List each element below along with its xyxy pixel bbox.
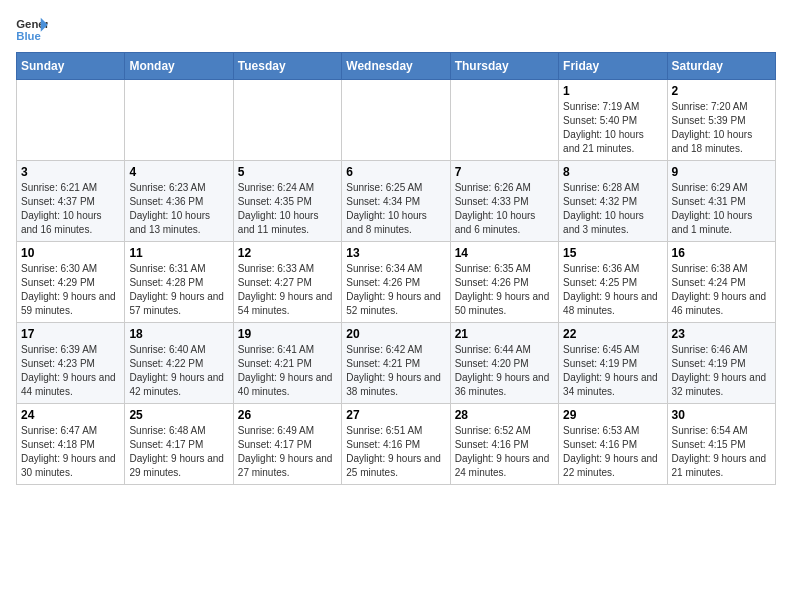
calendar-cell [450, 80, 558, 161]
calendar-week-row: 17Sunrise: 6:39 AMSunset: 4:23 PMDayligh… [17, 323, 776, 404]
calendar-cell: 10Sunrise: 6:30 AMSunset: 4:29 PMDayligh… [17, 242, 125, 323]
day-info: Sunrise: 6:49 AMSunset: 4:17 PMDaylight:… [238, 424, 337, 480]
day-info: Sunrise: 6:54 AMSunset: 4:15 PMDaylight:… [672, 424, 771, 480]
calendar-cell: 25Sunrise: 6:48 AMSunset: 4:17 PMDayligh… [125, 404, 233, 485]
day-number: 4 [129, 165, 228, 179]
calendar-cell: 12Sunrise: 6:33 AMSunset: 4:27 PMDayligh… [233, 242, 341, 323]
calendar-cell: 15Sunrise: 6:36 AMSunset: 4:25 PMDayligh… [559, 242, 667, 323]
day-of-week-header: Saturday [667, 53, 775, 80]
day-info: Sunrise: 6:53 AMSunset: 4:16 PMDaylight:… [563, 424, 662, 480]
day-number: 17 [21, 327, 120, 341]
day-info: Sunrise: 6:47 AMSunset: 4:18 PMDaylight:… [21, 424, 120, 480]
calendar-cell: 26Sunrise: 6:49 AMSunset: 4:17 PMDayligh… [233, 404, 341, 485]
calendar-week-row: 3Sunrise: 6:21 AMSunset: 4:37 PMDaylight… [17, 161, 776, 242]
day-of-week-header: Monday [125, 53, 233, 80]
day-number: 26 [238, 408, 337, 422]
day-info: Sunrise: 6:41 AMSunset: 4:21 PMDaylight:… [238, 343, 337, 399]
calendar-cell: 20Sunrise: 6:42 AMSunset: 4:21 PMDayligh… [342, 323, 450, 404]
day-info: Sunrise: 6:33 AMSunset: 4:27 PMDaylight:… [238, 262, 337, 318]
day-info: Sunrise: 6:34 AMSunset: 4:26 PMDaylight:… [346, 262, 445, 318]
day-info: Sunrise: 6:25 AMSunset: 4:34 PMDaylight:… [346, 181, 445, 237]
day-info: Sunrise: 6:51 AMSunset: 4:16 PMDaylight:… [346, 424, 445, 480]
day-of-week-header: Thursday [450, 53, 558, 80]
day-number: 23 [672, 327, 771, 341]
calendar-cell: 4Sunrise: 6:23 AMSunset: 4:36 PMDaylight… [125, 161, 233, 242]
calendar-cell: 23Sunrise: 6:46 AMSunset: 4:19 PMDayligh… [667, 323, 775, 404]
day-info: Sunrise: 6:36 AMSunset: 4:25 PMDaylight:… [563, 262, 662, 318]
calendar-cell: 21Sunrise: 6:44 AMSunset: 4:20 PMDayligh… [450, 323, 558, 404]
calendar-cell: 18Sunrise: 6:40 AMSunset: 4:22 PMDayligh… [125, 323, 233, 404]
day-number: 20 [346, 327, 445, 341]
logo: General Blue [16, 16, 48, 44]
day-number: 11 [129, 246, 228, 260]
calendar-cell [125, 80, 233, 161]
calendar-cell: 14Sunrise: 6:35 AMSunset: 4:26 PMDayligh… [450, 242, 558, 323]
day-number: 2 [672, 84, 771, 98]
day-number: 5 [238, 165, 337, 179]
day-of-week-header: Wednesday [342, 53, 450, 80]
day-number: 21 [455, 327, 554, 341]
calendar-week-row: 10Sunrise: 6:30 AMSunset: 4:29 PMDayligh… [17, 242, 776, 323]
day-info: Sunrise: 6:29 AMSunset: 4:31 PMDaylight:… [672, 181, 771, 237]
day-info: Sunrise: 6:26 AMSunset: 4:33 PMDaylight:… [455, 181, 554, 237]
day-number: 7 [455, 165, 554, 179]
day-number: 8 [563, 165, 662, 179]
day-number: 12 [238, 246, 337, 260]
day-info: Sunrise: 6:52 AMSunset: 4:16 PMDaylight:… [455, 424, 554, 480]
calendar-cell: 2Sunrise: 7:20 AMSunset: 5:39 PMDaylight… [667, 80, 775, 161]
calendar-cell: 8Sunrise: 6:28 AMSunset: 4:32 PMDaylight… [559, 161, 667, 242]
calendar-cell: 11Sunrise: 6:31 AMSunset: 4:28 PMDayligh… [125, 242, 233, 323]
day-number: 27 [346, 408, 445, 422]
calendar-cell: 5Sunrise: 6:24 AMSunset: 4:35 PMDaylight… [233, 161, 341, 242]
day-info: Sunrise: 6:40 AMSunset: 4:22 PMDaylight:… [129, 343, 228, 399]
header: General Blue [16, 16, 776, 44]
day-number: 16 [672, 246, 771, 260]
day-of-week-header: Tuesday [233, 53, 341, 80]
day-info: Sunrise: 6:30 AMSunset: 4:29 PMDaylight:… [21, 262, 120, 318]
calendar-cell: 1Sunrise: 7:19 AMSunset: 5:40 PMDaylight… [559, 80, 667, 161]
day-number: 6 [346, 165, 445, 179]
calendar-cell [342, 80, 450, 161]
calendar-cell: 28Sunrise: 6:52 AMSunset: 4:16 PMDayligh… [450, 404, 558, 485]
day-info: Sunrise: 6:48 AMSunset: 4:17 PMDaylight:… [129, 424, 228, 480]
day-info: Sunrise: 6:35 AMSunset: 4:26 PMDaylight:… [455, 262, 554, 318]
day-info: Sunrise: 6:31 AMSunset: 4:28 PMDaylight:… [129, 262, 228, 318]
day-number: 22 [563, 327, 662, 341]
day-info: Sunrise: 7:20 AMSunset: 5:39 PMDaylight:… [672, 100, 771, 156]
day-info: Sunrise: 6:46 AMSunset: 4:19 PMDaylight:… [672, 343, 771, 399]
calendar-header-row: SundayMondayTuesdayWednesdayThursdayFrid… [17, 53, 776, 80]
calendar-cell [17, 80, 125, 161]
day-info: Sunrise: 6:44 AMSunset: 4:20 PMDaylight:… [455, 343, 554, 399]
day-number: 28 [455, 408, 554, 422]
day-number: 13 [346, 246, 445, 260]
logo-icon: General Blue [16, 16, 48, 44]
day-number: 24 [21, 408, 120, 422]
calendar-cell: 24Sunrise: 6:47 AMSunset: 4:18 PMDayligh… [17, 404, 125, 485]
day-number: 18 [129, 327, 228, 341]
day-info: Sunrise: 6:28 AMSunset: 4:32 PMDaylight:… [563, 181, 662, 237]
day-number: 14 [455, 246, 554, 260]
day-info: Sunrise: 6:24 AMSunset: 4:35 PMDaylight:… [238, 181, 337, 237]
svg-text:Blue: Blue [16, 30, 41, 42]
day-info: Sunrise: 6:42 AMSunset: 4:21 PMDaylight:… [346, 343, 445, 399]
calendar-cell: 7Sunrise: 6:26 AMSunset: 4:33 PMDaylight… [450, 161, 558, 242]
calendar-cell [233, 80, 341, 161]
day-number: 3 [21, 165, 120, 179]
day-number: 30 [672, 408, 771, 422]
day-info: Sunrise: 6:45 AMSunset: 4:19 PMDaylight:… [563, 343, 662, 399]
calendar-cell: 19Sunrise: 6:41 AMSunset: 4:21 PMDayligh… [233, 323, 341, 404]
day-info: Sunrise: 7:19 AMSunset: 5:40 PMDaylight:… [563, 100, 662, 156]
day-number: 1 [563, 84, 662, 98]
day-number: 15 [563, 246, 662, 260]
day-info: Sunrise: 6:39 AMSunset: 4:23 PMDaylight:… [21, 343, 120, 399]
calendar-cell: 9Sunrise: 6:29 AMSunset: 4:31 PMDaylight… [667, 161, 775, 242]
day-info: Sunrise: 6:21 AMSunset: 4:37 PMDaylight:… [21, 181, 120, 237]
calendar-cell: 27Sunrise: 6:51 AMSunset: 4:16 PMDayligh… [342, 404, 450, 485]
calendar-cell: 3Sunrise: 6:21 AMSunset: 4:37 PMDaylight… [17, 161, 125, 242]
calendar-week-row: 1Sunrise: 7:19 AMSunset: 5:40 PMDaylight… [17, 80, 776, 161]
day-number: 10 [21, 246, 120, 260]
day-info: Sunrise: 6:38 AMSunset: 4:24 PMDaylight:… [672, 262, 771, 318]
day-number: 19 [238, 327, 337, 341]
day-number: 9 [672, 165, 771, 179]
calendar-cell: 13Sunrise: 6:34 AMSunset: 4:26 PMDayligh… [342, 242, 450, 323]
